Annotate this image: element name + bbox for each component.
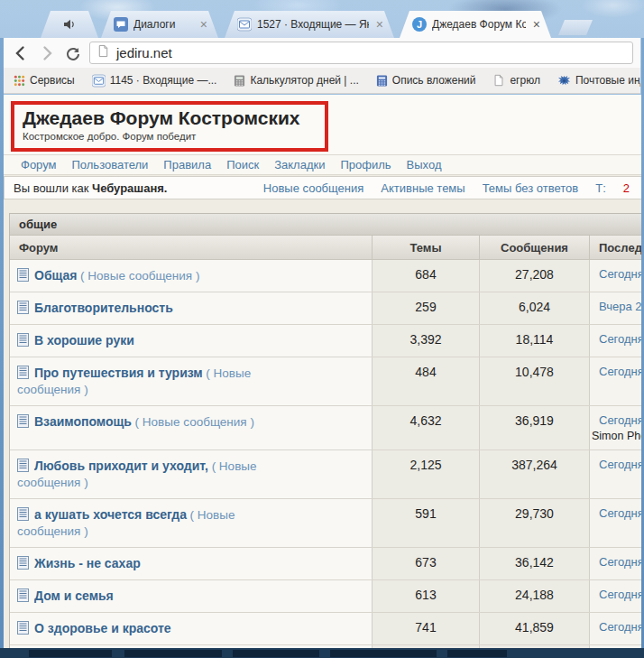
forum-link[interactable]: Про путешествия и туризм — [34, 366, 203, 380]
forum-icon — [17, 414, 29, 428]
posts-count-cell: 6,024 — [479, 292, 589, 324]
last-post-cell: Сегодня — [589, 260, 641, 292]
chat-icon — [114, 17, 128, 32]
forum-link[interactable]: Дом и семья — [34, 588, 114, 603]
forum-link[interactable]: Взаимопомощь — [34, 414, 132, 429]
forum-icon — [17, 588, 29, 602]
tab-dialogs[interactable]: Диалоги × — [101, 11, 218, 38]
topics-count-cell: 3,392 — [372, 325, 479, 357]
last-post-link[interactable]: Сегодня — [599, 506, 641, 520]
tab-inbox[interactable]: 1527 · Входящие — Янде × — [225, 11, 394, 38]
bookmarks-bar: Сервисы 1145 · Входящие —... Калькулятор… — [4, 68, 640, 94]
last-post-link[interactable]: Сегодня — [599, 413, 641, 427]
calculator-blue-icon — [376, 75, 388, 87]
topics-label: Т: — [595, 181, 606, 195]
forum-link[interactable]: О здоровье и красоте — [34, 621, 171, 635]
topics-count-cell: 4,632 — [372, 406, 479, 449]
posts-count-cell: 36,142 — [479, 548, 589, 579]
topics-count-cell: 2,125 — [372, 450, 479, 498]
link-new-posts[interactable]: Новые сообщения — [263, 181, 364, 195]
reload-button[interactable] — [63, 43, 83, 63]
topics-count-cell: 591 — [372, 499, 479, 547]
forum-link[interactable]: Общая — [34, 268, 77, 283]
last-post-link[interactable]: Сегодня — [599, 620, 641, 634]
forum-link[interactable]: Любовь приходит и уходит, — [34, 459, 208, 473]
bookmark-label: Сервисы — [30, 74, 75, 87]
bookmark-day-calculator[interactable]: Калькулятор дней | ... — [234, 74, 358, 87]
forum-icon — [17, 621, 29, 635]
last-post-link[interactable]: Сегодня — [599, 588, 641, 601]
nav-forum[interactable]: Форум — [21, 158, 57, 171]
nav-logout[interactable]: Выход — [407, 158, 442, 171]
forum-icon — [17, 556, 29, 570]
last-post-cell: Сегодня — [589, 357, 641, 405]
forum-link[interactable]: а кушать хочется всегда — [34, 507, 187, 522]
forum-icon — [17, 268, 29, 282]
posts-count-cell: 387,264 — [479, 450, 589, 498]
last-post-link[interactable]: Сегодня — [599, 555, 641, 569]
nav-bookmarks[interactable]: Закладки — [274, 158, 325, 171]
last-post-user: Simon Phe — [592, 430, 641, 442]
topics-count: 2 — [623, 181, 630, 195]
forum-icon — [17, 301, 29, 314]
tab-forum-active[interactable]: J Джедаев Форум Костром × — [400, 11, 551, 38]
tab-pinned-audio[interactable] — [41, 11, 98, 38]
close-icon[interactable]: × — [374, 18, 385, 31]
column-posts: Сообщения — [479, 236, 589, 259]
forum-row: Дом и семья 613 24,188 Сегодня — [10, 580, 641, 613]
last-post-link[interactable]: Вчера 2 — [599, 300, 641, 313]
column-last-post: Последн — [589, 236, 641, 259]
forum-board: общие Форум Темы Сообщения Последн Общая… — [9, 213, 641, 648]
bookmark-services[interactable]: Сервисы — [14, 74, 75, 87]
nav-profile[interactable]: Профиль — [340, 158, 391, 171]
forum-row: В хорошие руки 3,392 18,114 Сегодня — [10, 325, 641, 357]
close-icon[interactable]: × — [531, 18, 542, 31]
forum-icon — [17, 507, 29, 521]
site-title: Джедаев Форум Костромских — [23, 107, 317, 129]
close-icon[interactable]: × — [198, 18, 209, 31]
column-header-row: Форум Темы Сообщения Последн — [10, 236, 641, 260]
browser-toolbar: jediru.net — [4, 38, 640, 68]
tab-strip: Диалоги × 1527 · Входящие — Янде × J Дже… — [4, 10, 640, 38]
tab-label: 1527 · Входящие — Янде — [257, 18, 369, 31]
forum-row: Общая ( Новые сообщения ) 684 27,208 Сег… — [10, 260, 641, 292]
bookmark-inbox[interactable]: 1145 · Входящие —... — [92, 74, 217, 88]
column-topics: Темы — [372, 236, 479, 259]
posts-count-cell: 27,208 — [479, 260, 589, 292]
new-tab-button[interactable] — [558, 20, 593, 35]
last-post-link[interactable]: Сегодня — [599, 458, 641, 471]
last-post-link[interactable]: Сегодня — [599, 332, 641, 346]
web-page: Джедаев Форум Костромских Костромское до… — [4, 95, 641, 648]
quick-links: Новые сообщения Активные темы Темы без о… — [263, 181, 633, 195]
topics-count-cell: 673 — [372, 548, 479, 579]
nav-search[interactable]: Поиск — [226, 158, 259, 171]
new-posts-label[interactable]: ( Новые сообщения ) — [135, 415, 254, 429]
tab-label: Диалоги — [133, 18, 193, 31]
forum-row: а кушать хочется всегда ( Новые сообщени… — [10, 499, 641, 548]
bookmark-attachment-list[interactable]: Опись вложений — [376, 74, 476, 87]
category-header[interactable]: общие — [10, 214, 641, 236]
bookmark-egrul[interactable]: егрюл — [492, 74, 539, 87]
posts-count-cell: 29,730 — [479, 499, 589, 547]
bookmark-label: 1145 · Входящие —... — [110, 74, 217, 87]
last-post-link[interactable]: Сегодня — [599, 267, 641, 281]
forum-table-body: Общая ( Новые сообщения ) 684 27,208 Сег… — [10, 260, 641, 648]
link-unanswered-topics[interactable]: Темы без ответов — [483, 181, 579, 195]
link-active-topics[interactable]: Активные темы — [381, 181, 465, 195]
nav-rules[interactable]: Правила — [163, 158, 211, 171]
bookmark-postal-codes[interactable]: Почтовые индексы. — [557, 74, 640, 88]
calculator-icon — [234, 75, 245, 87]
forum-link[interactable]: Благотворительность — [34, 301, 173, 315]
bookmark-label: егрюл — [510, 74, 539, 87]
new-posts-label[interactable]: ( Новые сообщения ) — [80, 269, 199, 283]
last-post-link[interactable]: Сегодня — [599, 365, 641, 378]
nav-users[interactable]: Пользователи — [72, 158, 149, 171]
username: Чебурашаня. — [92, 181, 167, 195]
forum-link[interactable]: Жизнь - не сахар — [34, 556, 141, 570]
last-post-cell: Сегодня Simon Phe — [589, 406, 641, 449]
address-bar[interactable]: jediru.net — [89, 42, 633, 64]
forum-link[interactable]: В хорошие руки — [34, 333, 134, 348]
forward-button[interactable] — [37, 43, 57, 63]
back-button[interactable] — [11, 43, 31, 63]
posts-count-cell: 18,114 — [479, 325, 589, 357]
